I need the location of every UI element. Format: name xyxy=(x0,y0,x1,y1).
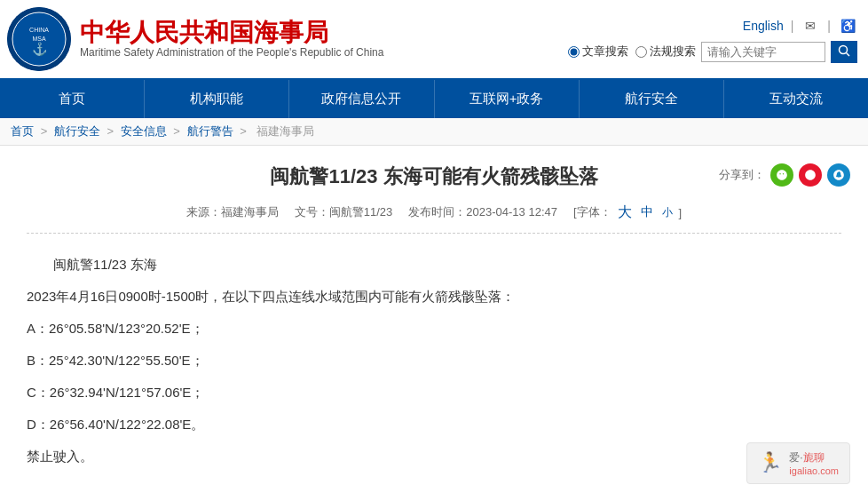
search-bar: 文章搜索 法规搜索 xyxy=(568,41,857,63)
breadcrumb-safety-info[interactable]: 安全信息 xyxy=(121,124,167,138)
nav-functions[interactable]: 机构职能 xyxy=(145,80,289,118)
email-icon[interactable]: ✉ xyxy=(801,16,820,36)
font-size-control: [字体： 大 中 小 ] xyxy=(573,203,682,222)
site-title-zh: 中华人民共和国海事局 xyxy=(80,20,383,47)
breadcrumb-sep3: > xyxy=(173,124,183,138)
search-button[interactable] xyxy=(831,41,857,63)
breadcrumb-home[interactable]: 首页 xyxy=(11,124,34,138)
share-weibo-button[interactable] xyxy=(799,163,822,187)
separator1: | xyxy=(791,19,794,33)
article-pub-time: 发布时间：2023-04-13 12:47 xyxy=(408,204,557,220)
body-line-5: C：26°32.94'N/121°57.06'E； xyxy=(27,379,841,406)
body-line-6: D：26°56.40'N/122°22.08'E。 xyxy=(27,411,841,438)
font-small-btn[interactable]: 小 xyxy=(659,205,675,220)
svg-text:MSA: MSA xyxy=(32,36,46,42)
nav-home[interactable]: 首页 xyxy=(0,80,145,118)
nav-internet-gov[interactable]: 互联网+政务 xyxy=(435,80,580,118)
page-header: CHINA MSA ⚓ 中华人民共和国海事局 Maritime Safety A… xyxy=(0,0,868,80)
breadcrumb-sep4: > xyxy=(240,124,249,138)
nav-nav-safety[interactable]: 航行安全 xyxy=(580,80,724,118)
watermark-icon: 🏃 xyxy=(758,451,782,474)
header-left: CHINA MSA ⚓ 中华人民共和国海事局 Maritime Safety A… xyxy=(7,7,383,71)
search-input[interactable] xyxy=(701,42,825,62)
font-large-btn[interactable]: 大 xyxy=(615,203,635,222)
watermark-box: 🏃 爱·旎聊 igaliao.com xyxy=(746,442,850,484)
svg-text:⚓: ⚓ xyxy=(32,42,48,57)
search-radio-group: 文章搜索 法规搜索 xyxy=(568,44,696,60)
svg-line-6 xyxy=(847,52,850,56)
logo: CHINA MSA ⚓ xyxy=(7,7,71,71)
site-title-en: Maritime Safety Administration of the Pe… xyxy=(80,46,383,59)
breadcrumb-nav-safety[interactable]: 航行安全 xyxy=(54,124,100,138)
breadcrumb-current: 福建海事局 xyxy=(256,124,314,138)
article-source: 来源：福建海事局 xyxy=(186,204,279,220)
nav-gov-info[interactable]: 政府信息公开 xyxy=(289,80,434,118)
breadcrumb-sep2: > xyxy=(107,124,116,138)
body-line-4: B：25°42.30'N/122°55.50'E； xyxy=(27,347,841,374)
share-qq-button[interactable] xyxy=(827,163,850,187)
body-line-3: A：26°05.58'N/123°20.52'E； xyxy=(27,315,841,342)
breadcrumb: 首页 > 航行安全 > 安全信息 > 航行警告 > 福建海事局 xyxy=(0,118,868,146)
body-line-1: 闽航警11/23 东海 xyxy=(53,251,841,278)
watermark-text-block: 爱·旎聊 igaliao.com xyxy=(789,450,839,476)
share-label: 分享到： xyxy=(719,167,765,183)
article-meta: 来源：福建海事局 文号：闽航警11/23 发布时间：2023-04-13 12:… xyxy=(27,203,841,234)
header-right: English | ✉ | ♿ 文章搜索 法规搜索 xyxy=(568,16,857,63)
header-titles: 中华人民共和国海事局 Maritime Safety Administratio… xyxy=(80,20,383,60)
body-line-2: 2023年4月16日0900时-1500时，在以下四点连线水域范围内可能有火箭残… xyxy=(27,283,841,310)
watermark-site: igaliao.com xyxy=(789,465,839,476)
english-link[interactable]: English xyxy=(743,19,784,33)
nav-interaction[interactable]: 互动交流 xyxy=(724,80,868,118)
share-wechat-button[interactable] xyxy=(770,163,793,187)
separator2: | xyxy=(827,19,831,33)
watermark: 🏃 爱·旎聊 igaliao.com xyxy=(746,442,850,484)
header-top-links: English | ✉ | ♿ xyxy=(743,16,857,36)
main-nav: 首页 机构职能 政府信息公开 互联网+政务 航行安全 互动交流 xyxy=(0,80,868,118)
search-option-law[interactable]: 法规搜索 xyxy=(635,44,696,60)
body-line-7: 禁止驶入。 xyxy=(27,443,841,470)
breadcrumb-nav-warning[interactable]: 航行警告 xyxy=(187,124,233,138)
breadcrumb-sep1: > xyxy=(41,124,51,138)
article-content: 分享到： 闽航警11/23 东海可能有火箭残骸坠落 来源：福建海事局 文号：闽航… xyxy=(0,146,868,501)
font-mid-btn[interactable]: 中 xyxy=(638,204,656,220)
article-body: 闽航警11/23 东海 2023年4月16日0900时-1500时，在以下四点连… xyxy=(27,251,841,470)
svg-point-5 xyxy=(840,45,848,53)
search-option-article[interactable]: 文章搜索 xyxy=(568,44,628,60)
accessibility-icon[interactable]: ♿ xyxy=(838,16,857,36)
watermark-brand: 爱·旎聊 xyxy=(789,450,839,465)
share-area: 分享到： xyxy=(719,163,850,187)
svg-text:CHINA: CHINA xyxy=(29,27,49,33)
article-doc-no: 文号：闽航警11/23 xyxy=(295,204,393,220)
